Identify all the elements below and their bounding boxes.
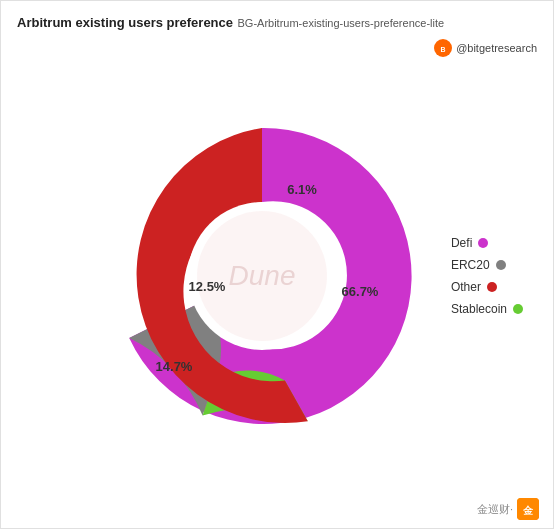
donut-chart: 66.7% 14.7% 12.5% 6.1% (102, 116, 422, 436)
svg-text:金: 金 (522, 505, 534, 516)
watermark-bg (197, 211, 327, 341)
legend: Defi ERC20 Other Stablecoin (451, 236, 523, 316)
legend-dot-other (487, 282, 497, 292)
footer-logo-text: 金巡财· (477, 502, 513, 517)
legend-item-stablecoin: Stablecoin (451, 302, 523, 316)
legend-dot-defi (478, 238, 488, 248)
footer: 金巡财· 金 (477, 498, 539, 520)
label-stablecoin-pct: 12.5% (189, 279, 226, 294)
legend-label-stablecoin: Stablecoin (451, 302, 507, 316)
chart-title: Arbitrum existing users preference (17, 15, 233, 30)
legend-dot-stablecoin (513, 304, 523, 314)
donut-wrapper: 66.7% 14.7% 12.5% 6.1% Dune (102, 116, 422, 436)
legend-item-other: Other (451, 280, 523, 294)
legend-label-other: Other (451, 280, 481, 294)
footer-icon: 金 (517, 498, 539, 520)
legend-dot-erc20 (496, 260, 506, 270)
label-erc20-pct: 14.7% (156, 359, 193, 374)
chart-area: 66.7% 14.7% 12.5% 6.1% Dune Defi ERC20 (1, 61, 553, 491)
label-defi-pct: 66.7% (342, 284, 379, 299)
chart-subtitle: BG-Arbitrum-existing-users-preference-li… (237, 17, 444, 29)
header: Arbitrum existing users preference BG-Ar… (1, 1, 553, 61)
legend-label-defi: Defi (451, 236, 472, 250)
label-other-pct: 6.1% (287, 182, 317, 197)
main-container: Arbitrum existing users preference BG-Ar… (0, 0, 554, 529)
author-badge: B @bitgetresearch (434, 39, 537, 57)
svg-text:B: B (441, 46, 446, 53)
author-name: @bitgetresearch (456, 42, 537, 54)
legend-item-defi: Defi (451, 236, 523, 250)
legend-label-erc20: ERC20 (451, 258, 490, 272)
author-icon: B (434, 39, 452, 57)
legend-item-erc20: ERC20 (451, 258, 523, 272)
